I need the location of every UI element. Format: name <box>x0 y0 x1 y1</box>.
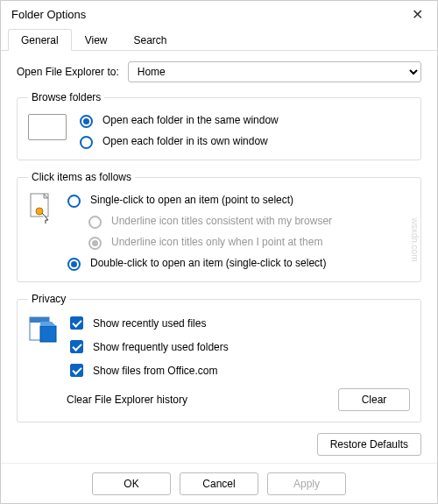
frequent-folders-label: Show frequently used folders <box>93 341 229 353</box>
double-click-label: Double-click to open an item (single-cli… <box>90 257 326 269</box>
frequent-folders-option[interactable]: Show frequently used folders <box>67 337 410 356</box>
underline-point-label: Underline icon titles only when I point … <box>111 236 322 248</box>
privacy-group: Privacy Show recently used files Show f <box>17 293 421 422</box>
click-items-legend: Click items as follows <box>28 171 135 183</box>
click-document-icon <box>28 192 54 224</box>
underline-browser-option: Underline icon titles consistent with my… <box>84 213 410 229</box>
same-window-radio[interactable] <box>80 115 93 128</box>
underline-browser-radio <box>88 216 102 229</box>
open-explorer-select[interactable]: Home <box>128 61 421 82</box>
own-window-label: Open each folder in its own window <box>102 135 268 147</box>
single-click-radio[interactable] <box>67 195 81 208</box>
single-click-option[interactable]: Single-click to open an item (point to s… <box>63 192 410 208</box>
browse-folders-legend: Browse folders <box>28 91 104 103</box>
underline-point-option: Underline icon titles only when I point … <box>84 234 410 250</box>
single-click-label: Single-click to open an item (point to s… <box>90 194 293 206</box>
window-title: Folder Options <box>11 8 86 21</box>
tab-general[interactable]: General <box>8 29 72 51</box>
tab-view[interactable]: View <box>72 29 121 51</box>
recent-files-check[interactable] <box>70 316 83 330</box>
underline-browser-label: Underline icon titles consistent with my… <box>111 215 332 227</box>
office-files-label: Show files from Office.com <box>93 365 218 377</box>
privacy-legend: Privacy <box>28 293 69 305</box>
clear-history-label: Clear File Explorer history <box>67 394 187 406</box>
open-explorer-label: Open File Explorer to: <box>17 66 119 78</box>
tab-bar: General View Search <box>1 28 437 51</box>
clear-button[interactable]: Clear <box>338 388 410 411</box>
svg-rect-4 <box>40 326 56 342</box>
ok-button[interactable]: OK <box>92 472 171 495</box>
browse-folders-group: Browse folders Open each folder in the s… <box>17 91 421 160</box>
own-window-option[interactable]: Open each folder in its own window <box>75 133 410 149</box>
open-explorer-row: Open File Explorer to: Home <box>17 61 421 82</box>
click-items-group: Click items as follows Single-click to o… <box>17 171 421 282</box>
privacy-history-icon <box>28 314 58 344</box>
folder-options-dialog: Folder Options ✕ General View Search Ope… <box>0 0 438 504</box>
frequent-folders-check[interactable] <box>70 340 83 353</box>
restore-defaults-button[interactable]: Restore Defaults <box>317 433 421 456</box>
own-window-radio[interactable] <box>80 136 93 149</box>
office-files-check[interactable] <box>70 364 83 377</box>
double-click-option[interactable]: Double-click to open an item (single-cli… <box>63 255 410 271</box>
office-files-option[interactable]: Show files from Office.com <box>67 361 410 380</box>
svg-point-1 <box>36 208 43 215</box>
titlebar: Folder Options ✕ <box>1 1 437 28</box>
same-window-label: Open each folder in the same window <box>102 114 279 126</box>
cancel-button[interactable]: Cancel <box>180 472 258 495</box>
underline-point-radio <box>88 237 102 250</box>
recent-files-option[interactable]: Show recently used files <box>67 314 410 332</box>
dialog-footer: OK Cancel Apply <box>1 463 437 504</box>
folder-window-icon <box>28 114 67 140</box>
dialog-body: Open File Explorer to: Home Browse folde… <box>1 51 437 463</box>
close-icon[interactable]: ✕ <box>404 6 430 23</box>
double-click-radio[interactable] <box>67 258 81 271</box>
watermark: wsxdn.com <box>409 217 419 261</box>
recent-files-label: Show recently used files <box>93 317 206 330</box>
tab-search[interactable]: Search <box>121 29 180 51</box>
apply-button[interactable]: Apply <box>267 472 346 495</box>
same-window-option[interactable]: Open each folder in the same window <box>75 112 410 128</box>
